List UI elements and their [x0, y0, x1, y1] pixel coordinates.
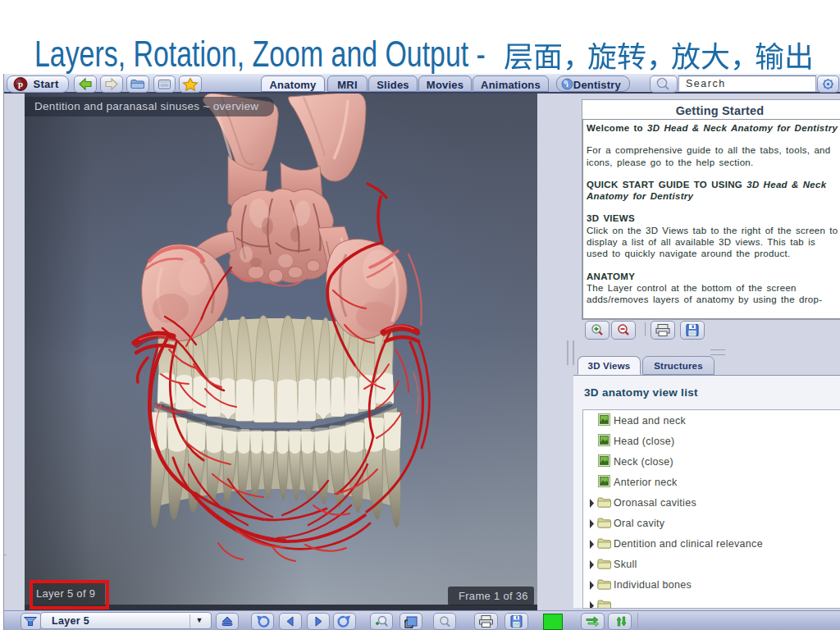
svg-text:p: p: [18, 79, 23, 89]
svg-text:Start: Start: [33, 78, 58, 90]
svg-text:i: i: [566, 80, 568, 89]
